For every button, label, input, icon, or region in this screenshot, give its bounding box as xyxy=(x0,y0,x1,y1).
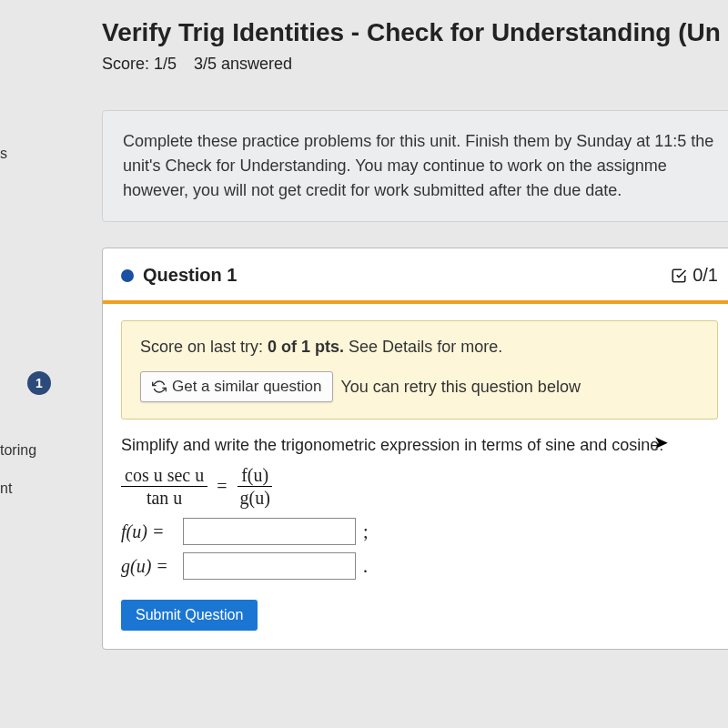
f-input[interactable] xyxy=(183,518,356,545)
get-similar-question-button[interactable]: Get a similar question xyxy=(140,371,333,402)
refresh-icon xyxy=(152,379,167,394)
question-bullet-icon xyxy=(121,269,134,282)
feedback-prefix: Score on last try: xyxy=(140,338,268,356)
submit-question-button[interactable]: Submit Question xyxy=(121,600,258,631)
rhs-fraction: f(u) g(u) xyxy=(236,464,273,509)
score-text: Score: 1/5 xyxy=(102,55,177,73)
question-points: 0/1 xyxy=(671,265,718,286)
cursor-icon: ➤ xyxy=(653,431,669,453)
math-equation: cos u sec u tan u = f(u) g(u) xyxy=(121,464,718,509)
question-header: Question 1 0/1 xyxy=(103,248,728,295)
score-line: Score: 1/5 3/5 answered xyxy=(102,55,728,74)
similar-row: Get a similar question You can retry thi… xyxy=(140,371,699,402)
instructions-box: Complete these practice problems for thi… xyxy=(102,110,728,222)
sidebar-truncated-toring: toring xyxy=(0,442,36,459)
lhs-numerator: cos u sec u xyxy=(121,464,207,487)
question-divider xyxy=(103,300,728,304)
retry-text: You can retry this question below xyxy=(340,378,581,397)
semicolon: ; xyxy=(363,521,369,542)
points-text: 0/1 xyxy=(693,265,718,286)
equals-sign: = xyxy=(217,476,227,497)
feedback-text: Score on last try: 0 of 1 pts. See Detai… xyxy=(140,338,699,357)
similar-btn-label: Get a similar question xyxy=(172,378,321,396)
rhs-denominator: g(u) xyxy=(236,487,273,509)
question-header-left: Question 1 xyxy=(121,265,237,286)
f-label: f(u) = xyxy=(121,521,176,542)
question-body: Simplify and write the trigonometric exp… xyxy=(103,436,728,649)
lhs-fraction: cos u sec u tan u xyxy=(121,464,207,509)
lhs-denominator: tan u xyxy=(143,487,186,509)
page-title: Verify Trig Identities - Check for Under… xyxy=(102,18,728,47)
feedback-box: Score on last try: 0 of 1 pts. See Detai… xyxy=(121,320,718,420)
sidebar-truncated-nt: nt xyxy=(0,480,12,497)
question-title: Question 1 xyxy=(143,265,237,286)
question-prompt: Simplify and write the trigonometric exp… xyxy=(121,436,718,455)
main-content: Verify Trig Identities - Check for Under… xyxy=(64,0,728,650)
rhs-numerator: f(u) xyxy=(238,464,272,487)
period: . xyxy=(363,556,368,577)
g-input[interactable] xyxy=(183,552,356,580)
question-card: Question 1 0/1 Score on last try: 0 of 1… xyxy=(102,248,728,650)
checkbox-icon xyxy=(671,268,687,284)
f-answer-row: f(u) = ; xyxy=(121,518,718,545)
question-nav-1[interactable]: 1 xyxy=(27,371,51,395)
sidebar-truncated-s: s xyxy=(0,146,7,162)
feedback-suffix: See Details for more. xyxy=(344,338,502,356)
answered-text: 3/5 answered xyxy=(194,55,292,73)
g-answer-row: g(u) = . xyxy=(121,552,718,580)
g-label: g(u) = xyxy=(121,556,176,577)
feedback-bold: 0 of 1 pts. xyxy=(268,338,344,356)
